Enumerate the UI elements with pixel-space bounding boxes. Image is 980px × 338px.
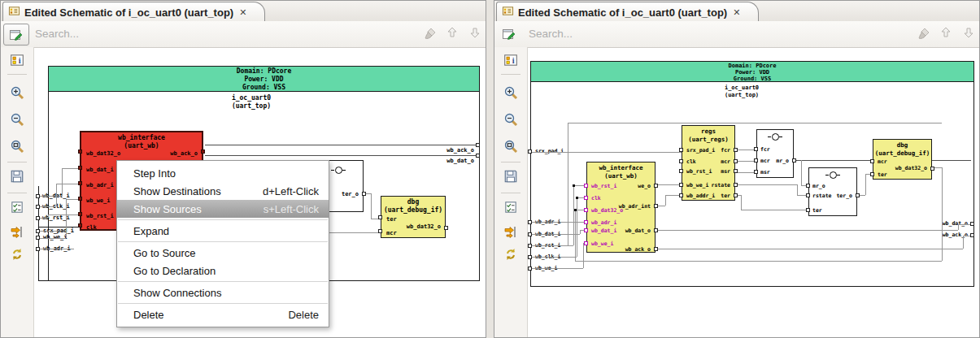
- port-label[interactable]: wb_ack_o: [170, 150, 198, 157]
- block-regs[interactable]: regs (uart_regs) srx_pad_i clk wb_rst_i …: [682, 125, 735, 201]
- save-icon[interactable]: [503, 169, 518, 184]
- save-icon[interactable]: [10, 169, 24, 184]
- port-label[interactable]: ter: [721, 193, 730, 199]
- port-label[interactable]: clk: [591, 195, 601, 202]
- port-label[interactable]: wb_adr_i: [86, 182, 114, 188]
- search-next-icon[interactable]: [468, 26, 485, 42]
- port-label[interactable]: wb_ack_o: [625, 246, 651, 253]
- zoom-in-icon[interactable]: [10, 85, 24, 100]
- menu-item-show-destinations[interactable]: Show Destinationsd+Left-Click: [117, 182, 329, 200]
- block-dbg[interactable]: dbg (uart_debug_if) mcr ter wb_dat32_o: [873, 139, 932, 180]
- port-label[interactable]: clk: [686, 158, 696, 165]
- port-label[interactable]: wb_rst_i: [591, 183, 616, 189]
- port-label[interactable]: msr: [721, 168, 730, 175]
- port-label[interactable]: ter: [386, 216, 397, 223]
- port-label[interactable]: wb_addr_i: [686, 193, 715, 199]
- boundary-port-label[interactable]: wb_ack_o: [424, 147, 474, 154]
- menu-item-go-to-source[interactable]: Go to Source: [117, 244, 329, 262]
- tab-close-icon[interactable]: ✕: [733, 7, 740, 18]
- block-dbg[interactable]: dbg (uart_debug_if) ter mcr wb_dat32_o: [381, 196, 446, 238]
- search-input[interactable]: Search...: [529, 28, 573, 40]
- port-follow-icon[interactable]: [10, 224, 24, 239]
- search-next-icon[interactable]: [962, 26, 978, 42]
- annotate-search-button[interactable]: [497, 24, 521, 44]
- boundary-port-label[interactable]: wb_we_i: [43, 234, 68, 240]
- menu-item-expand[interactable]: Expand: [117, 222, 329, 240]
- search-toolbar: Search...: [494, 21, 979, 48]
- net-wire: [656, 230, 958, 231]
- port-label[interactable]: wb_dat_i: [591, 228, 616, 234]
- port-label[interactable]: mcr: [760, 158, 770, 164]
- boundary-port-label[interactable]: wb_dat_o: [917, 220, 968, 227]
- svg-text:i: i: [512, 56, 515, 65]
- port-pin: [970, 222, 974, 226]
- port-label[interactable]: wb_dat32_o: [86, 150, 120, 157]
- filter-options-icon[interactable]: [503, 200, 518, 214]
- filter-options-icon[interactable]: [10, 200, 24, 214]
- port-label[interactable]: clk: [86, 224, 97, 231]
- menu-item-delete[interactable]: DeleteDelete: [117, 306, 329, 323]
- menu-item-show-connections[interactable]: Show Connections: [117, 284, 329, 301]
- clear-search-icon[interactable]: [423, 26, 439, 42]
- search-prev-icon[interactable]: [446, 26, 462, 42]
- menu-item-label: Expand: [133, 225, 169, 237]
- port-label[interactable]: wb_dat32_o: [407, 223, 441, 230]
- port-label[interactable]: wb_dat_i: [86, 167, 114, 173]
- port-label[interactable]: mcr: [878, 158, 887, 165]
- search-prev-icon[interactable]: [939, 26, 956, 42]
- net-wire: [38, 280, 48, 281]
- port-label[interactable]: wb_we_i: [86, 197, 111, 204]
- symbol-block-1[interactable]: fcr mcr msr mr_o: [756, 129, 794, 178]
- search-input[interactable]: Search...: [35, 28, 79, 40]
- port-label[interactable]: msr: [760, 169, 770, 176]
- boundary-port-label[interactable]: wb_dat_o: [424, 158, 474, 164]
- port-label[interactable]: fcr: [760, 146, 770, 153]
- clear-search-icon[interactable]: [917, 26, 933, 42]
- zoom-out-icon[interactable]: [10, 112, 24, 127]
- menu-item-show-sources[interactable]: Show Sourcess+Left-Click: [117, 200, 329, 218]
- port-label[interactable]: mcr: [386, 230, 397, 236]
- zoom-fit-icon[interactable]: [503, 139, 518, 154]
- module-title: i_oc_uart0 (uart_top): [530, 84, 953, 99]
- port-label[interactable]: rstate: [712, 182, 730, 188]
- tab-edited-schematic[interactable]: Edited Schematic of i_oc_uart0 (uart_top…: [496, 2, 759, 22]
- boundary-port-label[interactable]: srx_pad_i: [535, 148, 564, 154]
- port-label[interactable]: rstate: [812, 193, 831, 199]
- port-label[interactable]: fcr: [721, 147, 730, 154]
- block-wb-interface[interactable]: wb_interface (uart_wb) wb_rst_i clk wb_d…: [586, 162, 656, 253]
- port-label[interactable]: wb_adr_i: [591, 219, 616, 226]
- port-label[interactable]: wb_rst_i: [686, 168, 712, 175]
- properties-icon[interactable]: i: [10, 53, 24, 67]
- port-label[interactable]: wb_dat32_o: [895, 165, 927, 171]
- port-label[interactable]: mr_o: [776, 158, 789, 164]
- port-label[interactable]: wb_adr_int: [619, 203, 651, 210]
- port-label[interactable]: mr_o: [812, 183, 825, 189]
- port-label[interactable]: ter: [878, 171, 887, 178]
- symbol-block-2[interactable]: mr_o rstate ter ter_o: [808, 167, 857, 216]
- zoom-out-icon[interactable]: [503, 112, 518, 127]
- net-wire: [56, 184, 80, 184]
- reload-icon[interactable]: [10, 247, 24, 262]
- zoom-fit-icon[interactable]: [10, 139, 24, 154]
- port-label[interactable]: mcr: [721, 158, 730, 165]
- menu-item-go-to-declaration[interactable]: Go to Declaration: [117, 262, 329, 280]
- port-label[interactable]: ter_o: [342, 191, 359, 197]
- port-label[interactable]: wb_rst_i: [86, 213, 114, 219]
- annotate-search-button[interactable]: [3, 24, 29, 46]
- port-label[interactable]: wb_dat_o: [625, 228, 651, 234]
- tab-edited-schematic[interactable]: Edited Schematic of i_oc_uart0 (uart_top…: [2, 2, 265, 22]
- port-label[interactable]: ter_o: [836, 193, 852, 199]
- port-pin: [970, 233, 974, 237]
- port-label[interactable]: ter: [812, 207, 822, 214]
- port-label[interactable]: srx_pad_i: [686, 147, 715, 154]
- properties-icon[interactable]: i: [503, 53, 518, 67]
- port-label[interactable]: wb_we_i: [686, 182, 708, 188]
- reload-icon[interactable]: [503, 247, 518, 262]
- menu-item-step-into[interactable]: Step Into: [117, 164, 329, 182]
- port-label[interactable]: wb_we_i: [591, 240, 613, 247]
- port-follow-icon[interactable]: [503, 224, 518, 239]
- tab-close-icon[interactable]: ✕: [239, 7, 246, 18]
- boundary-port-label[interactable]: wb_ack_o: [917, 232, 968, 238]
- zoom-in-icon[interactable]: [503, 85, 518, 100]
- port-label[interactable]: we_o: [638, 183, 651, 189]
